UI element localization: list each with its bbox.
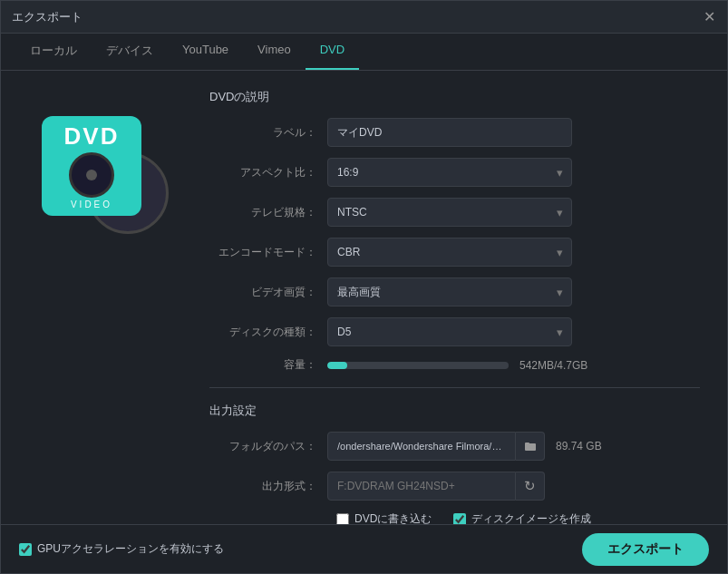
dvd-disc-small <box>69 152 114 198</box>
dvd-burn-checkbox[interactable] <box>336 513 349 525</box>
title-bar: エクスポート ✕ <box>1 1 727 34</box>
output-section-title: 出力設定 <box>209 403 700 419</box>
aspect-select[interactable]: 16:9 4:3 <box>327 158 572 187</box>
folder-icon <box>524 440 537 452</box>
refresh-button[interactable]: ↻ <box>516 472 545 501</box>
export-button[interactable]: エクスポート <box>582 533 709 566</box>
svg-rect-1 <box>525 443 529 445</box>
dvd-title: DVD <box>64 122 120 151</box>
folder-path-input[interactable] <box>327 432 516 461</box>
tv-select[interactable]: NTSC PAL <box>327 198 572 227</box>
divider <box>209 387 700 388</box>
aspect-row: アスペクト比： 16:9 4:3 <box>209 158 700 187</box>
tab-vimeo[interactable]: Vimeo <box>243 34 306 70</box>
disc-row: ディスクの種類： D5 D9 <box>209 317 700 346</box>
encode-select[interactable]: CBR VBR <box>327 238 572 267</box>
burn-options-row: DVDに書き込む ディスクイメージを作成 <box>336 511 700 524</box>
capacity-row: 容量： 542MB/4.7GB <box>209 357 700 373</box>
label-row: ラベル： <box>209 118 700 147</box>
folder-label: フォルダのパス： <box>209 439 327 454</box>
folder-size-text: 89.74 GB <box>556 440 602 452</box>
disc-select-wrapper: D5 D9 <box>327 317 572 346</box>
aspect-label: アスペクト比： <box>209 165 327 180</box>
format-label: 出力形式： <box>209 479 327 494</box>
tab-youtube[interactable]: YouTube <box>168 34 243 70</box>
quality-select-wrapper: 最高画質 高画質 標準 <box>327 277 572 306</box>
dvd-burn-label: DVDに書き込む <box>354 511 432 524</box>
bottom-bar: GPUアクセラレーションを有効にする エクスポート <box>1 524 727 573</box>
disc-image-checkbox[interactable] <box>453 513 466 525</box>
disc-image-checkbox-item[interactable]: ディスクイメージを作成 <box>453 511 591 524</box>
dvd-section-title: DVDの説明 <box>209 89 700 105</box>
quality-select[interactable]: 最高画質 高画質 標準 <box>327 277 572 306</box>
gpu-label: GPUアクセラレーションを有効にする <box>37 541 224 557</box>
tv-row: テレビ規格： NTSC PAL <box>209 198 700 227</box>
disc-label: ディスクの種類： <box>209 325 327 340</box>
dvd-box: DVD VIDEO <box>42 116 141 216</box>
quality-label: ビデオ画質： <box>209 285 327 300</box>
folder-browse-button[interactable] <box>516 432 545 461</box>
window-title: エクスポート <box>12 9 83 25</box>
content-area: DVD VIDEO DVDの説明 ラベル： アスペクト比： 16:9 <box>1 71 727 524</box>
tab-device[interactable]: デバイス <box>92 34 168 70</box>
format-row: 出力形式： F:DVDRAM GH24NSD+ ↻ <box>209 472 700 501</box>
folder-path-wrap <box>327 432 545 461</box>
capacity-bar <box>327 362 509 369</box>
gpu-checkbox-item[interactable]: GPUアクセラレーションを有効にする <box>19 541 224 557</box>
gpu-checkbox[interactable] <box>19 543 32 556</box>
quality-row: ビデオ画質： 最高画質 高画質 標準 <box>209 277 700 306</box>
tab-bar: ローカル デバイス YouTube Vimeo DVD <box>1 34 727 71</box>
tab-dvd[interactable]: DVD <box>306 34 359 70</box>
label-field-label: ラベル： <box>209 125 327 141</box>
capacity-label: 容量： <box>209 357 327 373</box>
folder-row: フォルダのパス： 89.74 GB <box>209 432 700 461</box>
dvd-burn-checkbox-item[interactable]: DVDに書き込む <box>336 511 432 524</box>
tv-label: テレビ規格： <box>209 205 327 220</box>
disc-select[interactable]: D5 D9 <box>327 317 572 346</box>
dvd-icon: DVD VIDEO <box>33 107 150 225</box>
format-select-wrap: F:DVDRAM GH24NSD+ ↻ <box>327 472 545 501</box>
left-panel: DVD VIDEO <box>1 71 182 524</box>
disc-image-label: ディスクイメージを作成 <box>471 511 591 524</box>
capacity-bar-fill <box>327 362 347 369</box>
tab-local[interactable]: ローカル <box>15 34 92 70</box>
close-button[interactable]: ✕ <box>702 10 716 24</box>
encode-select-wrapper: CBR VBR <box>327 238 572 267</box>
encode-label: エンコードモード： <box>209 245 327 260</box>
tv-select-wrapper: NTSC PAL <box>327 198 572 227</box>
aspect-select-wrapper: 16:9 4:3 <box>327 158 572 187</box>
dvd-video-label: VIDEO <box>71 199 112 209</box>
right-panel: DVDの説明 ラベル： アスペクト比： 16:9 4:3 テレビ規格： <box>182 71 727 524</box>
encode-row: エンコードモード： CBR VBR <box>209 238 700 267</box>
main-window: エクスポート ✕ ローカル デバイス YouTube Vimeo DVD DVD… <box>0 0 728 574</box>
label-input[interactable] <box>327 118 572 147</box>
format-select[interactable]: F:DVDRAM GH24NSD+ <box>327 472 516 501</box>
capacity-text: 542MB/4.7GB <box>519 359 587 372</box>
